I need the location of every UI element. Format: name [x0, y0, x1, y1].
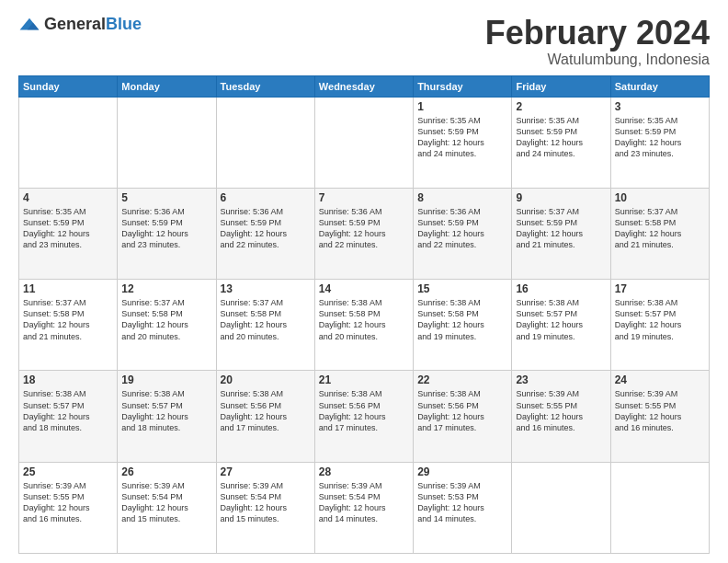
table-row: 21Sunrise: 5:38 AM Sunset: 5:56 PM Dayli… [314, 371, 413, 462]
day-info: Sunrise: 5:37 AM Sunset: 5:58 PM Dayligh… [23, 297, 113, 342]
col-thursday: Thursday [414, 75, 512, 97]
table-row: 23Sunrise: 5:39 AM Sunset: 5:55 PM Dayli… [512, 371, 610, 462]
day-number: 12 [121, 282, 211, 295]
logo-icon [18, 17, 40, 33]
day-number: 8 [417, 191, 507, 204]
table-row [512, 462, 610, 553]
day-info: Sunrise: 5:37 AM Sunset: 5:58 PM Dayligh… [615, 206, 705, 251]
table-row: 5Sunrise: 5:36 AM Sunset: 5:59 PM Daylig… [118, 188, 216, 279]
table-row: 12Sunrise: 5:37 AM Sunset: 5:58 PM Dayli… [118, 280, 216, 371]
table-row: 11Sunrise: 5:37 AM Sunset: 5:58 PM Dayli… [19, 280, 118, 371]
table-row: 6Sunrise: 5:36 AM Sunset: 5:59 PM Daylig… [216, 188, 314, 279]
day-number: 5 [121, 191, 211, 204]
day-number: 13 [221, 282, 311, 295]
day-info: Sunrise: 5:36 AM Sunset: 5:59 PM Dayligh… [121, 206, 211, 251]
day-number: 10 [615, 191, 705, 204]
table-row: 27Sunrise: 5:39 AM Sunset: 5:54 PM Dayli… [216, 462, 314, 553]
day-info: Sunrise: 5:35 AM Sunset: 5:59 PM Dayligh… [417, 115, 507, 160]
location-title: Watulumbung, Indonesia [485, 52, 710, 68]
day-number: 11 [23, 282, 113, 295]
day-info: Sunrise: 5:38 AM Sunset: 5:57 PM Dayligh… [23, 388, 113, 433]
table-row: 1Sunrise: 5:35 AM Sunset: 5:59 PM Daylig… [414, 97, 512, 188]
day-info: Sunrise: 5:38 AM Sunset: 5:57 PM Dayligh… [516, 297, 606, 342]
day-number: 19 [121, 373, 211, 386]
day-info: Sunrise: 5:37 AM Sunset: 5:59 PM Dayligh… [516, 206, 606, 251]
day-number: 6 [221, 191, 311, 204]
table-row: 22Sunrise: 5:38 AM Sunset: 5:56 PM Dayli… [414, 371, 512, 462]
table-row: 7Sunrise: 5:36 AM Sunset: 5:59 PM Daylig… [314, 188, 413, 279]
col-sunday: Sunday [19, 75, 118, 97]
table-row [216, 97, 314, 188]
calendar-week-row: 1Sunrise: 5:35 AM Sunset: 5:59 PM Daylig… [19, 97, 710, 188]
day-info: Sunrise: 5:38 AM Sunset: 5:56 PM Dayligh… [221, 388, 311, 433]
calendar-week-row: 25Sunrise: 5:39 AM Sunset: 5:55 PM Dayli… [19, 462, 710, 553]
calendar-week-row: 18Sunrise: 5:38 AM Sunset: 5:57 PM Dayli… [19, 371, 710, 462]
day-info: Sunrise: 5:38 AM Sunset: 5:58 PM Dayligh… [417, 297, 507, 342]
col-wednesday: Wednesday [314, 75, 413, 97]
col-monday: Monday [118, 75, 216, 97]
header: GeneralBlue February 2024 Watulumbung, I… [18, 15, 710, 68]
day-info: Sunrise: 5:38 AM Sunset: 5:58 PM Dayligh… [319, 297, 409, 342]
table-row [118, 97, 216, 188]
day-number: 4 [23, 191, 113, 204]
day-info: Sunrise: 5:39 AM Sunset: 5:53 PM Dayligh… [417, 480, 507, 525]
day-info: Sunrise: 5:36 AM Sunset: 5:59 PM Dayligh… [221, 206, 311, 251]
col-tuesday: Tuesday [216, 75, 314, 97]
day-info: Sunrise: 5:35 AM Sunset: 5:59 PM Dayligh… [516, 115, 606, 160]
day-info: Sunrise: 5:38 AM Sunset: 5:56 PM Dayligh… [417, 388, 507, 433]
calendar-week-row: 11Sunrise: 5:37 AM Sunset: 5:58 PM Dayli… [19, 280, 710, 371]
day-info: Sunrise: 5:37 AM Sunset: 5:58 PM Dayligh… [221, 297, 311, 342]
day-number: 21 [319, 373, 409, 386]
day-info: Sunrise: 5:35 AM Sunset: 5:59 PM Dayligh… [615, 115, 705, 160]
day-info: Sunrise: 5:38 AM Sunset: 5:57 PM Dayligh… [615, 297, 705, 342]
table-row: 29Sunrise: 5:39 AM Sunset: 5:53 PM Dayli… [414, 462, 512, 553]
day-info: Sunrise: 5:38 AM Sunset: 5:56 PM Dayligh… [319, 388, 409, 433]
day-info: Sunrise: 5:36 AM Sunset: 5:59 PM Dayligh… [319, 206, 409, 251]
table-row: 18Sunrise: 5:38 AM Sunset: 5:57 PM Dayli… [19, 371, 118, 462]
table-row: 8Sunrise: 5:36 AM Sunset: 5:59 PM Daylig… [414, 188, 512, 279]
day-number: 17 [615, 282, 705, 295]
calendar-week-row: 4Sunrise: 5:35 AM Sunset: 5:59 PM Daylig… [19, 188, 710, 279]
day-number: 2 [516, 100, 606, 113]
col-saturday: Saturday [610, 75, 709, 97]
table-row: 26Sunrise: 5:39 AM Sunset: 5:54 PM Dayli… [118, 462, 216, 553]
day-info: Sunrise: 5:35 AM Sunset: 5:59 PM Dayligh… [23, 206, 113, 251]
day-info: Sunrise: 5:39 AM Sunset: 5:54 PM Dayligh… [221, 480, 311, 525]
month-title: February 2024 [485, 15, 710, 52]
day-info: Sunrise: 5:39 AM Sunset: 5:55 PM Dayligh… [615, 388, 705, 433]
table-row: 20Sunrise: 5:38 AM Sunset: 5:56 PM Dayli… [216, 371, 314, 462]
col-friday: Friday [512, 75, 610, 97]
table-row: 2Sunrise: 5:35 AM Sunset: 5:59 PM Daylig… [512, 97, 610, 188]
title-block: February 2024 Watulumbung, Indonesia [485, 15, 710, 68]
logo-text: GeneralBlue [44, 15, 142, 34]
day-number: 14 [319, 282, 409, 295]
table-row [19, 97, 118, 188]
day-number: 15 [417, 282, 507, 295]
table-row: 19Sunrise: 5:38 AM Sunset: 5:57 PM Dayli… [118, 371, 216, 462]
day-number: 27 [221, 465, 311, 478]
day-number: 16 [516, 282, 606, 295]
table-row: 3Sunrise: 5:35 AM Sunset: 5:59 PM Daylig… [610, 97, 709, 188]
table-row: 14Sunrise: 5:38 AM Sunset: 5:58 PM Dayli… [314, 280, 413, 371]
table-row: 16Sunrise: 5:38 AM Sunset: 5:57 PM Dayli… [512, 280, 610, 371]
table-row: 25Sunrise: 5:39 AM Sunset: 5:55 PM Dayli… [19, 462, 118, 553]
table-row: 15Sunrise: 5:38 AM Sunset: 5:58 PM Dayli… [414, 280, 512, 371]
day-info: Sunrise: 5:36 AM Sunset: 5:59 PM Dayligh… [417, 206, 507, 251]
day-number: 1 [417, 100, 507, 113]
day-info: Sunrise: 5:38 AM Sunset: 5:57 PM Dayligh… [121, 388, 211, 433]
table-row: 28Sunrise: 5:39 AM Sunset: 5:54 PM Dayli… [314, 462, 413, 553]
table-row: 9Sunrise: 5:37 AM Sunset: 5:59 PM Daylig… [512, 188, 610, 279]
day-info: Sunrise: 5:39 AM Sunset: 5:55 PM Dayligh… [23, 480, 113, 525]
day-number: 7 [319, 191, 409, 204]
calendar-header-row: Sunday Monday Tuesday Wednesday Thursday… [19, 75, 710, 97]
table-row: 17Sunrise: 5:38 AM Sunset: 5:57 PM Dayli… [610, 280, 709, 371]
day-number: 20 [221, 373, 311, 386]
day-number: 24 [615, 373, 705, 386]
day-number: 29 [417, 465, 507, 478]
page: GeneralBlue February 2024 Watulumbung, I… [0, 0, 728, 563]
day-info: Sunrise: 5:39 AM Sunset: 5:55 PM Dayligh… [516, 388, 606, 433]
table-row [314, 97, 413, 188]
day-number: 25 [23, 465, 113, 478]
day-number: 28 [319, 465, 409, 478]
day-number: 9 [516, 191, 606, 204]
